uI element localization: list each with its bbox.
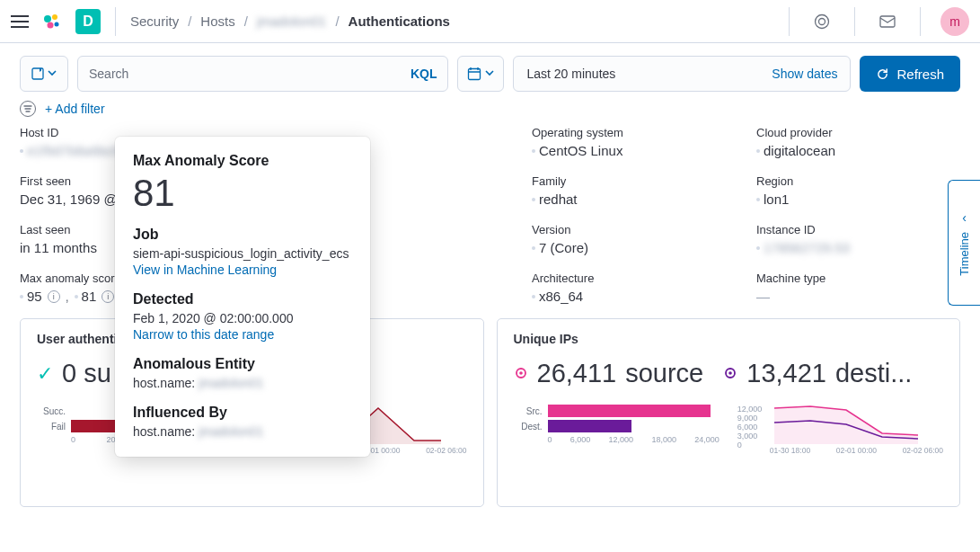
svg-point-12: [728, 371, 732, 375]
os-value[interactable]: CentOS Linux: [539, 143, 622, 158]
crumb-hostname[interactable]: jmadolon01: [257, 13, 327, 29]
tick: 0: [71, 435, 75, 444]
source-ip-icon: [514, 367, 528, 381]
kql-toggle[interactable]: KQL: [411, 67, 437, 81]
menu-icon[interactable]: [11, 13, 29, 31]
tick: 18,000: [651, 435, 676, 444]
crumb-page: Authentications: [349, 13, 450, 29]
svg-rect-8: [469, 69, 481, 80]
bar-label: Src.: [514, 406, 543, 416]
dest-ip-icon: [723, 367, 737, 381]
source-ip-count: 26,411: [537, 359, 617, 388]
timeline-flyout-toggle[interactable]: ‹ Timeline: [948, 180, 980, 306]
show-dates-link[interactable]: Show dates: [772, 67, 837, 81]
crumb-hosts[interactable]: Hosts: [200, 13, 234, 29]
refresh-icon: [876, 67, 889, 81]
check-icon: ✓: [37, 362, 53, 386]
saved-query-button[interactable]: [20, 56, 68, 92]
tick: 3,000: [737, 432, 763, 441]
elastic-logo-icon[interactable]: [41, 11, 63, 32]
date-range-display[interactable]: Last 20 minutes Show dates: [513, 56, 851, 92]
tick: 02-01 00:00: [836, 446, 877, 455]
arch-label: Architecture: [532, 272, 720, 285]
svg-rect-6: [880, 16, 895, 27]
divider: [115, 7, 116, 36]
tick: 0: [737, 441, 763, 450]
family-value[interactable]: redhat: [539, 191, 578, 207]
influencer-field: host.name:: [133, 424, 199, 439]
bar-label: Dest.: [514, 422, 543, 432]
tick: 01-30 18:00: [770, 446, 810, 455]
machine-type-label: Machine type: [756, 272, 936, 285]
source-ip-label: source: [625, 359, 703, 388]
chevron-down-icon: [485, 70, 494, 77]
space-badge[interactable]: D: [75, 9, 101, 34]
narrow-date-link[interactable]: Narrow to this date range: [133, 327, 274, 342]
tick: 6,000: [570, 435, 591, 444]
svg-point-3: [55, 22, 59, 26]
svg-point-4: [816, 14, 829, 28]
version-label: Version: [532, 223, 720, 236]
refresh-button[interactable]: Refresh: [860, 56, 960, 92]
entity-field: host.name:: [133, 376, 199, 390]
anomaly-score-1[interactable]: 95: [27, 289, 42, 304]
anomaly-score-2[interactable]: 81: [82, 289, 97, 304]
add-filter-link[interactable]: + Add filter: [45, 102, 105, 116]
detected-value: Feb 1, 2020 @ 02:00:00.000: [133, 311, 352, 325]
crumb-security[interactable]: Security: [130, 13, 179, 29]
entity-heading: Anomalous Entity: [133, 356, 352, 372]
filter-bar: + Add filter: [0, 97, 980, 126]
search-input[interactable]: [78, 57, 447, 91]
job-heading: Job: [133, 227, 352, 243]
tick: 02-02 06:00: [903, 446, 943, 455]
help-icon[interactable]: [804, 0, 840, 43]
search-input-container: KQL: [77, 56, 448, 92]
detected-heading: Detected: [133, 291, 352, 307]
auth-success-text: 0 su: [62, 359, 111, 388]
info-icon[interactable]: i: [48, 290, 60, 303]
divider: [920, 7, 921, 36]
filter-options-icon[interactable]: [20, 101, 36, 117]
bar-label: Fail: [37, 422, 66, 432]
panel-title: Unique IPs: [514, 332, 944, 346]
ips-line-chart[interactable]: 12,000 9,000 6,000 3,000 0 01-30 18:00 0…: [737, 405, 943, 455]
instance-id-label: Instance ID: [756, 223, 936, 236]
arch-value[interactable]: x86_64: [539, 289, 583, 304]
newsfeed-icon[interactable]: [870, 0, 905, 43]
region-value[interactable]: lon1: [764, 191, 789, 207]
timeline-label: Timeline: [958, 232, 971, 276]
tick: 12,000: [609, 435, 634, 444]
machine-type-value: —: [756, 289, 936, 304]
dest-ip-count: 13,421: [746, 359, 826, 388]
divider: [854, 7, 855, 36]
host-id-value[interactable]: e1f9d7b8a6bcf4: [27, 143, 124, 158]
dest-ip-label: desti...: [835, 359, 912, 388]
version-value[interactable]: 7 (Core): [539, 240, 588, 255]
tick: 9,000: [737, 414, 763, 423]
ips-bar-chart[interactable]: Src. Dest. 0 6,000 12,000 18,000 24,000: [514, 405, 720, 455]
svg-rect-7: [32, 68, 43, 79]
svg-point-2: [48, 22, 54, 28]
date-quick-select[interactable]: [457, 56, 504, 92]
refresh-label: Refresh: [896, 67, 944, 82]
info-icon[interactable]: i: [102, 290, 114, 303]
divider: [789, 7, 790, 36]
tick: 0: [548, 435, 552, 444]
crumb-sep: /: [335, 13, 339, 29]
cloud-value[interactable]: digitalocean: [764, 143, 835, 158]
job-value: siem-api-suspicious_login_activity_ecs: [133, 246, 352, 261]
crumb-sep: /: [188, 13, 191, 29]
entity-host[interactable]: jmadolon01: [199, 376, 263, 390]
avatar[interactable]: m: [940, 7, 969, 36]
chevron-left-icon: ‹: [962, 210, 967, 225]
tick: 6,000: [737, 423, 763, 432]
panel-unique-ips: Unique IPs 26,411 source 13,421 desti...…: [497, 318, 961, 507]
instance-id-value[interactable]: 178562729.53: [764, 240, 850, 255]
influencer-host[interactable]: jmadolon01: [199, 424, 263, 439]
popover-score: 81: [133, 174, 352, 212]
tick: 12,000: [737, 405, 763, 414]
os-label: Operating system: [532, 126, 720, 139]
cloud-label: Cloud provider: [756, 126, 936, 139]
svg-point-5: [819, 18, 825, 24]
view-ml-link[interactable]: View in Machine Learning: [133, 263, 277, 277]
